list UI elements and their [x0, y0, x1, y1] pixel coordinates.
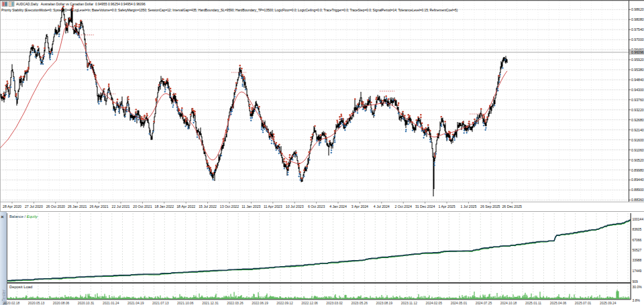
svg-text:Priority Stability (ExecutionM: Priority Stability (ExecutionMode=0; Sys…	[1, 9, 458, 12]
svg-text:2025.01.11: 2025.01.11	[525, 302, 541, 305]
svg-text:83605: 83605	[633, 227, 642, 231]
svg-text:AUDCAD,Daily Australian Doll: AUDCAD,Daily Australian Dollar vs Canadi…	[16, 3, 146, 6]
svg-text:2020.10.31: 2020.10.31	[78, 302, 95, 305]
svg-text:0.94840: 0.94840	[631, 78, 644, 82]
svg-text:2022.12.06: 2022.12.06	[301, 302, 318, 305]
svg-text:2024.02.05: 2024.02.05	[426, 302, 443, 305]
svg-text:Deposit Load: Deposit Load	[9, 285, 32, 289]
svg-text:2023.08.19: 2023.08.19	[376, 302, 393, 305]
svg-text:100144: 100144	[633, 217, 644, 221]
svg-text:11 Apr 2023: 11 Apr 2023	[264, 204, 282, 208]
svg-text:0.89440: 0.89440	[631, 178, 644, 182]
svg-text:2022.06.19: 2022.06.19	[252, 302, 268, 305]
svg-text:22 Jul 2021: 22 Jul 2021	[112, 204, 130, 208]
svg-text:2020.05.13: 2020.05.13	[28, 302, 45, 305]
svg-text:2022.03.26: 2022.03.26	[227, 302, 244, 305]
svg-text:17449: 17449	[633, 269, 642, 273]
svg-text:0.88900: 0.88900	[631, 188, 644, 192]
svg-text:10 Jul 2023: 10 Jul 2023	[286, 204, 304, 208]
svg-text:×: ×	[1, 214, 4, 220]
svg-text:26 Sep 2025: 26 Sep 2025	[480, 204, 500, 208]
svg-text:0.92680: 0.92680	[631, 118, 644, 122]
svg-text:2021.07.13: 2021.07.13	[152, 302, 169, 305]
svg-text:0.96096: 0.96096	[631, 50, 644, 54]
svg-text:3 Apr 2024: 3 Apr 2024	[352, 204, 368, 208]
svg-text:2024.07.25: 2024.07.25	[476, 302, 492, 305]
svg-text:2024.05.01: 2024.05.01	[451, 302, 468, 305]
svg-text:0.91600: 0.91600	[631, 138, 644, 142]
svg-text:1 Jul 2025: 1 Jul 2025	[460, 204, 476, 208]
svg-text:18 Apr 2022: 18 Apr 2022	[176, 204, 195, 208]
svg-text:2021.12.31: 2021.12.31	[202, 302, 219, 305]
svg-text:2020.08.06: 2020.08.06	[53, 302, 70, 305]
svg-text:0.93220: 0.93220	[631, 108, 644, 112]
svg-text:2025.09.24: 2025.09.24	[600, 302, 616, 305]
svg-text:2023.05.26: 2023.05.26	[351, 302, 368, 305]
svg-text:11 Jan 2023: 11 Jan 2023	[241, 204, 260, 208]
svg-text:1 Apr 2025: 1 Apr 2025	[438, 204, 455, 208]
svg-text:0.94300: 0.94300	[631, 88, 644, 92]
svg-text:13 Oct 2022: 13 Oct 2022	[220, 204, 239, 208]
svg-text:2023.11.12: 2023.11.12	[401, 302, 417, 305]
svg-text:30.0%: 30.0%	[633, 285, 643, 289]
svg-text:4 Jul 2024: 4 Jul 2024	[374, 204, 390, 208]
svg-text:2024.10.18: 2024.10.18	[500, 302, 517, 305]
svg-text:2021.10.06: 2021.10.06	[177, 302, 194, 305]
svg-text:50527: 50527	[633, 248, 642, 252]
svg-text:28 Apr 2020: 28 Apr 2020	[3, 204, 21, 208]
svg-text:2025.07.01: 2025.07.01	[575, 302, 592, 305]
svg-text:4 Jan 2024: 4 Jan 2024	[329, 204, 347, 208]
svg-text:26 Jan 2021: 26 Jan 2021	[68, 204, 87, 208]
svg-text:18 Jan 2022: 18 Jan 2022	[155, 204, 174, 208]
svg-text:0.98080: 0.98080	[631, 17, 644, 21]
svg-text:2025.04.06: 2025.04.06	[550, 302, 567, 305]
svg-text:2020.02.18: 2020.02.18	[3, 302, 20, 305]
svg-text:27 Jul 2020: 27 Jul 2020	[25, 204, 43, 208]
svg-text:20 Oct 2021: 20 Oct 2021	[133, 204, 152, 208]
svg-text:2023.03.02: 2023.03.02	[326, 302, 343, 305]
svg-text:2022.09.12: 2022.09.12	[276, 302, 293, 305]
svg-text:0.90520: 0.90520	[631, 158, 644, 162]
svg-text:15 Jul 2022: 15 Jul 2022	[199, 204, 217, 208]
svg-text:0.92140: 0.92140	[631, 128, 644, 132]
svg-text:2021.04.19: 2021.04.19	[127, 302, 144, 305]
svg-text:0.88360: 0.88360	[631, 198, 644, 202]
svg-text:26 Apr 2021: 26 Apr 2021	[90, 204, 109, 208]
svg-text:26 Dec 2025: 26 Dec 2025	[502, 204, 522, 208]
svg-text:26 Oct 2020: 26 Oct 2020	[46, 204, 65, 208]
svg-text:0.95920: 0.95920	[631, 58, 644, 62]
svg-text:2 Oct 2024: 2 Oct 2024	[395, 204, 412, 208]
svg-text:909: 909	[633, 280, 639, 284]
svg-text:2021.01.24: 2021.01.24	[103, 302, 119, 305]
svg-text:0.93760: 0.93760	[631, 98, 644, 102]
svg-text:33988: 33988	[633, 258, 642, 262]
svg-text:31 Dec 2024: 31 Dec 2024	[415, 204, 435, 208]
svg-text:0.95380: 0.95380	[631, 68, 644, 72]
svg-text:6 Oct 2023: 6 Oct 2023	[308, 204, 325, 208]
svg-text:67066: 67066	[633, 238, 642, 242]
svg-text:0.91060: 0.91060	[631, 148, 644, 152]
svg-text:Balance / Equity: Balance / Equity	[9, 215, 38, 219]
svg-text:0.98620: 0.98620	[631, 7, 644, 11]
svg-text:0.97000: 0.97000	[631, 38, 644, 42]
svg-text:0.97540: 0.97540	[631, 27, 644, 32]
svg-text:3.8%: 3.8%	[633, 298, 641, 302]
svg-text:0.89980: 0.89980	[631, 168, 644, 172]
